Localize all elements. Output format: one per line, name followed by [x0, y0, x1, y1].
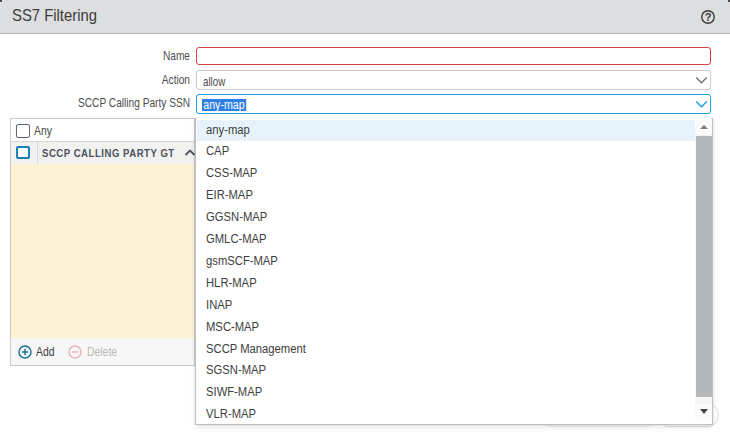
svg-text:?: ? — [705, 11, 712, 23]
